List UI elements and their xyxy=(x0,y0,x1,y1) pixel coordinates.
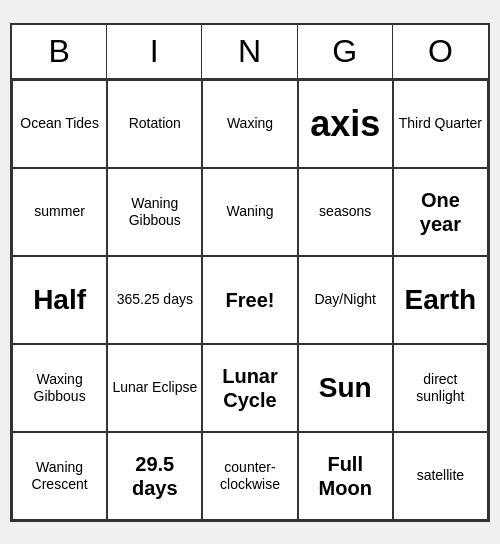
bingo-header: BINGO xyxy=(12,25,488,80)
header-letter-i: I xyxy=(107,25,202,78)
bingo-card: BINGO Ocean TidesRotationWaxingaxisThird… xyxy=(10,23,490,522)
bingo-cell-10: Half xyxy=(12,256,107,344)
bingo-cell-13: Day/Night xyxy=(298,256,393,344)
bingo-cell-3: axis xyxy=(298,80,393,168)
bingo-cell-22: counter-clockwise xyxy=(202,432,297,520)
bingo-cell-18: Sun xyxy=(298,344,393,432)
bingo-cell-24: satellite xyxy=(393,432,488,520)
bingo-cell-12: Free! xyxy=(202,256,297,344)
bingo-cell-9: One year xyxy=(393,168,488,256)
bingo-grid: Ocean TidesRotationWaxingaxisThird Quart… xyxy=(12,80,488,520)
bingo-cell-1: Rotation xyxy=(107,80,202,168)
bingo-cell-2: Waxing xyxy=(202,80,297,168)
header-letter-n: N xyxy=(202,25,297,78)
bingo-cell-5: summer xyxy=(12,168,107,256)
bingo-cell-4: Third Quarter xyxy=(393,80,488,168)
header-letter-g: G xyxy=(298,25,393,78)
bingo-cell-15: Waxing Gibbous xyxy=(12,344,107,432)
bingo-cell-19: direct sunlight xyxy=(393,344,488,432)
bingo-cell-11: 365.25 days xyxy=(107,256,202,344)
bingo-cell-23: Full Moon xyxy=(298,432,393,520)
bingo-cell-6: Waning Gibbous xyxy=(107,168,202,256)
bingo-cell-21: 29.5 days xyxy=(107,432,202,520)
bingo-cell-14: Earth xyxy=(393,256,488,344)
bingo-cell-7: Waning xyxy=(202,168,297,256)
bingo-cell-17: Lunar Cycle xyxy=(202,344,297,432)
header-letter-b: B xyxy=(12,25,107,78)
bingo-cell-0: Ocean Tides xyxy=(12,80,107,168)
bingo-cell-8: seasons xyxy=(298,168,393,256)
header-letter-o: O xyxy=(393,25,488,78)
bingo-cell-16: Lunar Eclipse xyxy=(107,344,202,432)
bingo-cell-20: Waning Crescent xyxy=(12,432,107,520)
